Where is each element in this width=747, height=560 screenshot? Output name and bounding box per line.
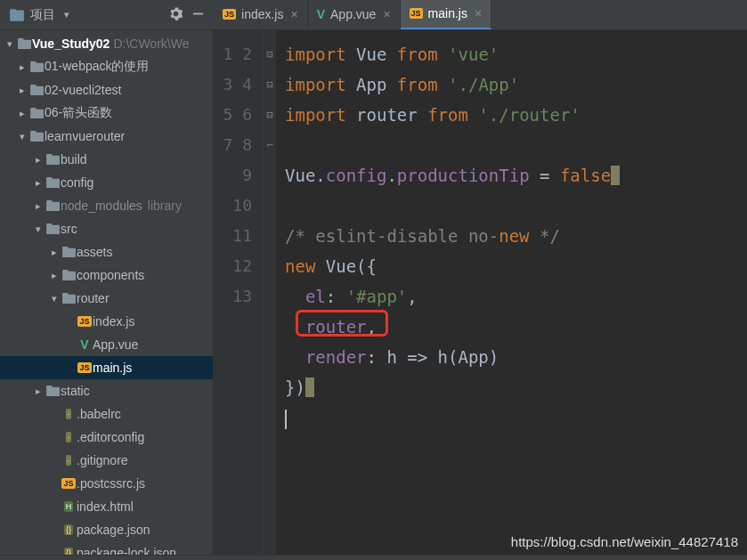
arrow-icon[interactable]: ▾ [16,131,28,142]
arrow-icon[interactable]: ▸ [16,85,28,96]
svg-rect-16 [46,177,53,181]
tab-main-js[interactable]: JSmain.js× [401,0,492,29]
tree-item[interactable]: VApp.vue [0,333,213,356]
line-gutter: 1 2 3 4 5 6 7 8 9 10 11 12 13 [214,30,264,555]
tab-index-js[interactable]: JSindex.js× [214,0,308,29]
tree-item[interactable]: ·.babelrc [0,402,213,426]
tree-item[interactable]: ·.gitignore [0,449,213,472]
tree-item[interactable]: ▾learnvuerouter [0,125,213,148]
arrow-icon[interactable]: ▸ [48,270,61,281]
tree-item[interactable]: ▸components [0,264,213,287]
arrow-icon[interactable]: ▾ [32,223,45,235]
svg-rect-28 [46,386,53,389]
file-icon: · [61,455,77,466]
folder-icon [16,38,32,50]
svg-rect-22 [62,247,69,250]
folder-icon [28,85,45,96]
html-icon: H [61,501,77,512]
js-icon: JS [77,316,93,327]
tree-item[interactable]: ▸01-webpack的使用 [0,55,213,78]
tree-item[interactable]: ·.editorconfig [0,426,213,449]
js-icon: JS [61,478,77,489]
json-icon: {} [61,524,77,535]
project-label: 项目 [30,7,55,23]
tree-item[interactable]: ▸assets [0,240,213,264]
tree-item[interactable]: JSindex.js [0,310,213,333]
arrow-icon[interactable]: ▾ [48,293,61,304]
close-icon[interactable]: × [290,7,297,21]
tree-item[interactable]: JSmain.js [0,356,213,379]
tree-item[interactable]: JS.postcssrc.js [0,472,213,495]
tree-item[interactable]: {}package.json [0,518,213,541]
js-icon: JS [223,9,236,20]
svg-rect-24 [62,270,69,273]
arrow-icon[interactable]: ▸ [32,177,45,189]
tree-item[interactable]: ▸02-vuecli2test [0,78,213,101]
chevron-down-icon[interactable]: ▾ [61,9,73,20]
editor-tabs: JSindex.js×VApp.vue×JSmain.js× [214,0,491,30]
folder-icon [28,61,45,73]
status-bar [0,555,747,560]
folder-icon [28,131,45,142]
tree-item[interactable]: {}package-lock.json [0,541,213,555]
svg-rect-14 [46,154,53,158]
svg-rect-1 [10,9,16,12]
tree-item[interactable]: ▾router [0,287,213,310]
tree-item[interactable]: ▾src [0,217,213,240]
arrow-icon[interactable]: ▸ [32,200,45,212]
arrow-icon[interactable]: ▸ [32,154,45,166]
code-editor[interactable]: import Vue from 'vue' import App from '.… [276,30,747,555]
close-icon[interactable]: × [475,6,482,20]
vue-icon: V [77,337,93,352]
tree-item[interactable]: ▸build [0,148,213,171]
tab-App-vue[interactable]: VApp.vue× [308,0,401,29]
folder-icon [61,247,77,258]
folder-icon [45,177,61,189]
svg-rect-2 [193,12,203,14]
arrow-icon[interactable]: ▸ [32,386,45,397]
project-icon [9,7,25,23]
arrow-icon[interactable]: ▸ [16,108,28,119]
highlight-box [296,310,388,337]
file-icon: · [61,432,77,442]
js-icon: JS [77,362,93,373]
svg-rect-10 [30,108,37,111]
folder-icon [61,293,77,304]
svg-rect-4 [18,38,24,42]
tree-item[interactable]: ▸node_moduleslibrary [0,194,213,217]
svg-rect-6 [30,61,37,65]
js-icon: JS [410,8,423,19]
tree-item[interactable]: Hindex.html [0,495,213,518]
close-icon[interactable]: × [383,7,390,21]
folder-icon [45,200,61,212]
vue-icon: V [317,7,325,21]
gear-icon[interactable] [169,7,183,23]
json-icon: {} [61,548,77,555]
file-icon: · [61,409,77,419]
svg-rect-26 [62,293,69,296]
folder-icon [28,108,45,119]
arrow-icon[interactable]: ▸ [48,247,61,258]
folder-icon [45,386,61,397]
watermark: https://blog.csdn.net/weixin_44827418 [511,534,738,549]
fold-column[interactable]: ⊟ ⊟ ⊟ ⌐ [264,30,276,555]
tree-root[interactable]: ▾ Vue_Study02 D:\CWork\We [0,32,213,55]
tree-item[interactable]: ▸config [0,171,213,194]
arrow-icon[interactable]: ▸ [16,61,28,73]
folder-icon [45,154,61,166]
tree-item[interactable]: ▸06-箭头函数 [0,101,213,125]
tree-item[interactable]: ▸static [0,379,213,402]
svg-rect-12 [30,131,37,134]
folder-icon [61,270,77,281]
folder-icon [45,223,61,235]
svg-rect-18 [46,200,53,204]
svg-rect-8 [30,85,37,88]
svg-rect-20 [46,223,53,227]
project-tree: ▾ Vue_Study02 D:\CWork\We ▸01-webpack的使用… [0,30,214,555]
collapse-icon[interactable] [191,7,205,23]
